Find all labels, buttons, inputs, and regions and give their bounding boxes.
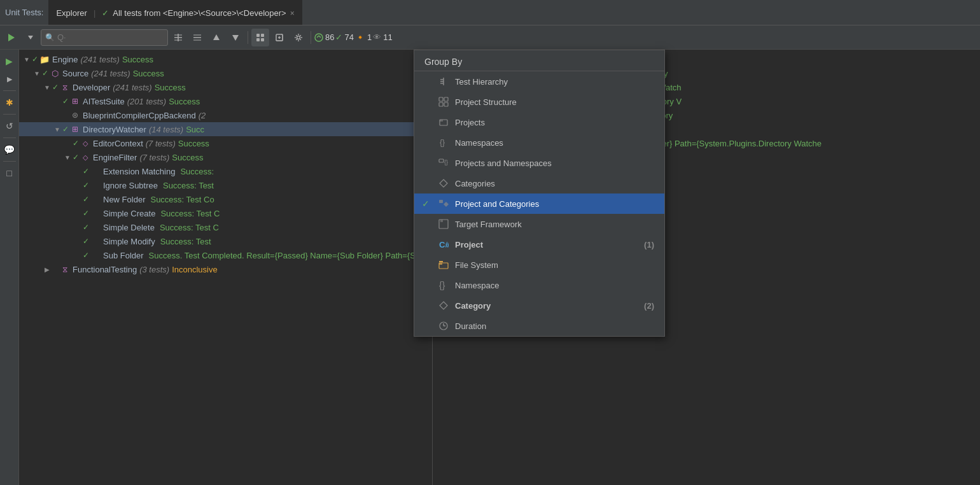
dropdown-item-structure[interactable]: Project Structure [414, 92, 664, 112]
tree-row[interactable]: ▶ ✓ ⊞ AITestSuite (201 tests) Success [19, 94, 432, 108]
expand-icon[interactable]: ▼ [22, 54, 32, 64]
app-label: Unit Tests: [5, 8, 43, 17]
dropdown-item-hierarchy[interactable]: Test Hierarchy [414, 71, 664, 92]
group-by-button[interactable] [251, 29, 269, 46]
tab-check-icon: ✓ [102, 8, 109, 18]
check-mark-icon: ✓ [62, 111, 69, 120]
sort-up-button[interactable] [207, 29, 225, 46]
expand-icon[interactable]: ▼ [62, 152, 73, 162]
tree-row[interactable]: ▼ ✓ ⬡ Source (241 tests) Success [19, 66, 432, 80]
dropdown-item-namespaces[interactable]: {} Namespaces [414, 132, 664, 153]
diamond-icon: ◇ [80, 152, 90, 162]
svg-rect-29 [444, 102, 448, 106]
sidebar: ▶ ▶ ✱ ↺ 💬 □ [0, 50, 19, 485]
export-button[interactable] [270, 29, 288, 46]
tree-row[interactable]: ▶ ✓ Simple Delete Success: Test C [19, 220, 432, 234]
expand-icon[interactable]: ▶ [42, 264, 52, 274]
dropdown-item-icon [437, 197, 450, 210]
check-mark-icon: ✓ [62, 125, 69, 134]
svg-marker-37 [444, 202, 449, 207]
dropdown-item-categories[interactable]: Categories [414, 173, 664, 193]
dropdown-item-project[interactable]: C# Project (1) [414, 234, 664, 255]
chat-button[interactable]: 💬 [2, 142, 17, 157]
tab-close-button[interactable]: × [290, 9, 295, 18]
dropdown-item-proj-cat[interactable]: ✓ Project and Categories [414, 193, 664, 214]
sidebar-separator-1 [3, 90, 16, 91]
dropdown-item-label: Namespaces [455, 138, 503, 148]
tree-row[interactable]: ▼ ✓ 📁 Engine (241 tests) Success [19, 52, 432, 66]
tree-row[interactable]: ▶ ✓ Extension Matching Success: [19, 164, 432, 178]
svg-line-20 [317, 36, 319, 38]
dropdown-item-category[interactable]: Category (2) [414, 295, 664, 316]
stop-button[interactable]: □ [2, 165, 17, 181]
svg-rect-31 [440, 120, 443, 122]
tree-row[interactable]: ▼ ✓ ⧖ Developer (241 tests) Success [19, 80, 432, 94]
debug-button[interactable]: ✱ [2, 95, 17, 110]
tree-row[interactable]: ▶ ✓ Simple Create Success: Test C [19, 206, 432, 220]
svg-rect-26 [439, 97, 443, 101]
search-input[interactable] [57, 32, 164, 42]
sort-down-button[interactable] [227, 29, 244, 46]
tree-row[interactable]: ▶ ✓ ◇ EditorContext (7 tests) Success [19, 136, 432, 150]
dropdown-item-icon [437, 218, 450, 230]
toolbar: 🔍 [0, 25, 980, 50]
check-mark-icon: ✓ [83, 167, 89, 176]
item-count: (7 tests) [146, 139, 176, 148]
test-tree-panel[interactable]: ▼ ✓ 📁 Engine (241 tests) Success ▼ ✓ ⬡ S… [19, 50, 433, 485]
dropdown-item-proj-ns[interactable]: {} Projects and Namespaces [414, 153, 664, 173]
expand-icon[interactable]: ▼ [52, 124, 62, 134]
tree-row[interactable]: ▶ ✓ Ignore Subtree Success: Test [19, 178, 432, 192]
expand-icon: ▶ [73, 166, 83, 176]
expand-icon: ▶ [73, 180, 83, 190]
svg-text:{}: {} [444, 159, 448, 165]
settings-button[interactable] [290, 29, 307, 46]
dropdown-item-icon: {} [437, 157, 450, 169]
collapse-all-button[interactable] [188, 29, 206, 46]
check-mark-icon: ✓ [83, 237, 89, 246]
dropdown-item-label: Namespace [455, 281, 499, 290]
explorer-tab[interactable]: Explorer | ✓ All tests from <Engine>\<So… [48, 0, 302, 25]
hidden-count-value: 11 [383, 32, 392, 42]
item-status: Success: [180, 167, 214, 176]
tree-row[interactable]: ▶ ✓ Simple Modify Success: Test [19, 234, 432, 248]
dropdown-item-label: Projects [455, 118, 485, 127]
item-name: Developer [73, 83, 110, 92]
dropdown-item-target[interactable]: Target Framework [414, 214, 664, 234]
dropdown-item-label: Category [455, 301, 491, 311]
dropdown-item-label: Duration [455, 321, 486, 331]
expand-icon[interactable]: ▼ [32, 68, 42, 78]
item-name: Source [62, 69, 88, 78]
tree-row[interactable]: ▶ ✓ ⊛ BlueprintCompilerCppBackend (2 [19, 108, 432, 122]
item-name: BlueprintCompilerCppBackend [83, 111, 196, 120]
run-sidebar-button[interactable]: ▶ [2, 53, 17, 69]
plugin-icon: ⧖ [60, 264, 70, 274]
check-mark-icon: ✓ [42, 69, 48, 78]
tree-row[interactable]: ▶ ✓ ⧖ FunctionalTesting (3 tests) Inconc… [19, 262, 432, 276]
run-with-coverage-button[interactable]: ▶ [2, 71, 17, 87]
dropdown-item-duration[interactable]: Duration [414, 316, 664, 336]
run-all-button[interactable] [3, 29, 20, 46]
tree-row[interactable]: ▼ ✓ ⊞ DirectoryWatcher (14 tests) Succ [19, 122, 432, 136]
dropdown-item-label: Project Structure [455, 97, 517, 107]
expand-icon[interactable]: ▼ [42, 82, 52, 92]
svg-rect-39 [440, 220, 443, 222]
tree-row[interactable]: ▶ ✓ Sub Folder Success. Test Completed. … [19, 248, 432, 262]
dropdown-item-filesystem[interactable]: File System [414, 255, 664, 275]
svg-text:C#: C# [439, 240, 449, 250]
item-name: Extension Matching [103, 167, 175, 176]
dropdown-item-projects[interactable]: Projects [414, 112, 664, 132]
expand-icon: ▶ [73, 250, 83, 260]
expand-all-button[interactable] [169, 29, 187, 46]
dropdown-item-icon [437, 116, 450, 129]
refresh-button[interactable]: ↺ [2, 118, 17, 134]
item-status: Success [172, 153, 203, 162]
suite-icon: ⊞ [70, 124, 80, 134]
dropdown-item-icon: {} [437, 136, 450, 149]
item-name: EditorContext [93, 139, 143, 148]
run-dropdown-button[interactable] [22, 29, 39, 46]
toolbar-separator-1 [248, 31, 248, 44]
search-box[interactable]: 🔍 [41, 29, 168, 46]
tree-row[interactable]: ▶ ✓ New Folder Success: Test Co [19, 192, 432, 206]
dropdown-item-namespace[interactable]: {} Namespace [414, 275, 664, 295]
tree-row[interactable]: ▼ ✓ ◇ EngineFilter (7 tests) Success [19, 150, 432, 164]
